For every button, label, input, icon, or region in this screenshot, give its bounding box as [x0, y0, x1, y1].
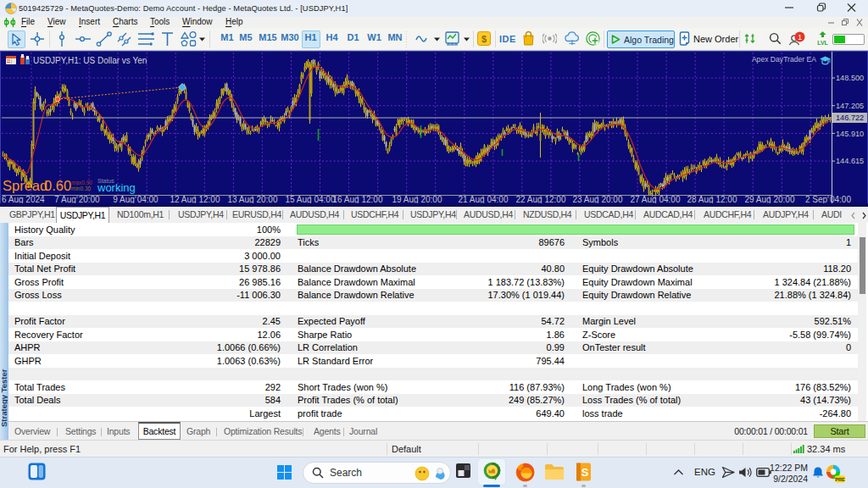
svg-text:148.500: 148.500: [836, 74, 864, 82]
svg-text:21 Aug 04:00: 21 Aug 04:00: [459, 195, 509, 204]
svg-text:22 Aug 12:00: 22 Aug 12:00: [516, 195, 566, 204]
svg-text:28 Aug 12:00: 28 Aug 12:00: [687, 195, 737, 204]
svg-text:0.60: 0.60: [44, 178, 71, 193]
svg-text:Strategy Tester: Strategy Tester: [0, 369, 8, 427]
svg-text:13 Aug 20:00: 13 Aug 20:00: [228, 195, 278, 204]
svg-text:147.205: 147.205: [836, 102, 864, 110]
svg-text:S: S: [581, 466, 589, 479]
svg-text:145.910: 145.910: [836, 130, 864, 138]
svg-text:LVL: LVL: [817, 40, 828, 46]
svg-text:19 Aug 20:00: 19 Aug 20:00: [392, 195, 442, 204]
svg-text:144.615: 144.615: [836, 157, 864, 165]
svg-text:1: 1: [798, 33, 802, 42]
svg-text:9 Aug 04:00: 9 Aug 04:00: [113, 195, 159, 204]
svg-text:working: working: [97, 181, 136, 194]
svg-text:23 Aug 20:00: 23 Aug 20:00: [573, 195, 623, 204]
svg-text:2 Sep 04:00: 2 Sep 04:00: [805, 195, 851, 204]
svg-text:min0.30: min0.30: [71, 186, 92, 191]
svg-text:PRE: PRE: [835, 477, 845, 482]
svg-text:12 Aug 12:00: 12 Aug 12:00: [170, 195, 220, 204]
svg-text:6 Aug 2024: 6 Aug 2024: [2, 195, 45, 204]
svg-text:USDJPY,H1: US Dollar vs Yen: USDJPY,H1: US Dollar vs Yen: [33, 56, 147, 65]
svg-text:146.722: 146.722: [836, 114, 864, 122]
svg-text:Spread: Spread: [3, 178, 47, 193]
svg-text:27 Aug 04:00: 27 Aug 04:00: [631, 195, 681, 204]
svg-text:Apex DayTrader EA: Apex DayTrader EA: [752, 55, 816, 64]
svg-text:7 Aug 20:00: 7 Aug 20:00: [54, 195, 100, 204]
svg-text:$: $: [481, 34, 487, 44]
svg-text:29 Aug 20:00: 29 Aug 20:00: [745, 195, 795, 204]
svg-text:15 Aug 04:00: 15 Aug 04:00: [286, 195, 336, 204]
svg-text:16 Aug 12:00: 16 Aug 12:00: [333, 195, 383, 204]
svg-text:max0.90: max0.90: [71, 180, 92, 186]
